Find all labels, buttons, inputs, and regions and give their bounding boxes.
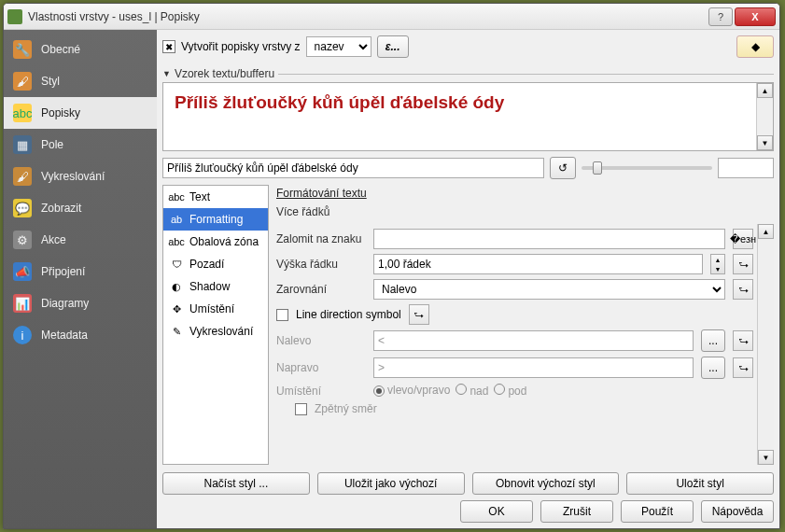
save-style-button[interactable]: Uložit styl (626, 472, 774, 495)
placement-radio-lr[interactable]: vlevo/vpravo (373, 384, 450, 398)
wrap-label: Zalomit na znaku (276, 232, 366, 245)
sample-collapser[interactable]: ▼ Vzorek textu/bufferu (162, 67, 774, 80)
left-input (373, 330, 694, 351)
lineheight-input[interactable] (373, 254, 703, 274)
apply-button[interactable]: Použít (621, 500, 694, 523)
load-style-button[interactable]: Načíst styl ... (162, 472, 310, 495)
lineheight-label: Výška řádku (276, 258, 366, 271)
scroll-down-icon[interactable]: ▼ (758, 450, 774, 465)
format-icon: ab (169, 212, 184, 227)
tab-buffer[interactable]: abcObalová zóna (163, 231, 268, 253)
table-icon: ▦ (13, 135, 32, 154)
align-label: Zarovnání (276, 283, 366, 296)
align-override-button[interactable]: ⮑ (733, 279, 753, 300)
abc-icon: abc (13, 104, 32, 122)
sidebar: 🔧Obecné 🖌Styl abcPopisky ▦Pole 🖌Vykreslo… (4, 30, 157, 528)
reset-sample-button[interactable]: ↺ (550, 157, 576, 179)
form-scrollbar[interactable]: ▲ ▼ (757, 224, 774, 465)
size-slider[interactable] (582, 166, 712, 170)
preview-scrollbar[interactable]: ▲ ▼ (756, 83, 773, 150)
tab-placement[interactable]: ✥Umístění (163, 298, 268, 320)
linedir-checkbox[interactable] (276, 309, 288, 321)
sample-input[interactable] (162, 158, 544, 178)
sidebar-item-display[interactable]: 💬Zobrazit (4, 192, 157, 224)
bubble-icon: 💬 (13, 199, 32, 217)
buffer-icon: abc (169, 234, 184, 249)
save-default-button[interactable]: Uložit jako výchozí (317, 472, 465, 495)
left-browse-button[interactable]: ... (701, 329, 725, 352)
enable-labels-checkbox[interactable]: ✖ (162, 40, 175, 53)
right-input (373, 357, 694, 378)
scroll-up-icon[interactable]: ▲ (758, 224, 774, 239)
field-select[interactable]: nazev (306, 36, 371, 57)
info-icon: i (13, 326, 32, 344)
sidebar-item-metadata[interactable]: iMetadata (4, 319, 157, 351)
color-picker[interactable] (718, 158, 774, 178)
megaphone-icon: 📣 (13, 262, 32, 281)
right-override-button[interactable]: ⮑ (733, 357, 753, 378)
triangle-down-icon: ▼ (162, 69, 171, 78)
reverse-checkbox[interactable] (295, 403, 307, 415)
paint-icon: 🖌 (13, 167, 32, 186)
settings-tabs: abcText abFormatting abcObalová zóna 🛡Po… (162, 185, 269, 465)
close-button[interactable]: X (735, 7, 776, 26)
pen-icon: ✎ (169, 324, 184, 339)
shadow-icon: ◐ (169, 279, 184, 294)
reverse-label: Zpětný směr (315, 402, 377, 415)
form-subtitle: Více řádků (276, 205, 774, 218)
preview-text: Příliš žluťoučký kůň úpěl ďábelské ódy (175, 92, 762, 113)
scroll-down-icon[interactable]: ▼ (757, 135, 773, 150)
text-preview: Příliš žluťoučký kůň úpěl ďábelské ódy ▲… (162, 82, 774, 151)
wrench-icon: 🔧 (13, 40, 32, 59)
abc-icon: abc (169, 189, 184, 204)
dialog-window: Vlastnosti vrstvy - uses_l | Popisky ? X… (3, 3, 780, 529)
placement-radio-above[interactable]: nad (456, 384, 488, 398)
form-title: Formátování textu (276, 187, 774, 200)
chart-icon: 📊 (13, 294, 32, 313)
help-button[interactable]: ? (708, 7, 733, 26)
right-browse-button[interactable]: ... (701, 357, 725, 379)
wrap-override-button[interactable]: �езн (733, 229, 753, 249)
help-button[interactable]: Nápověda (701, 500, 774, 523)
shield-icon: 🛡 (169, 257, 184, 272)
sidebar-item-fields[interactable]: ▦Pole (4, 129, 157, 161)
titlebar: Vlastnosti vrstvy - uses_l | Popisky ? X (4, 4, 779, 30)
placement-icon: ✥ (169, 301, 184, 316)
tab-shadow[interactable]: ◐Shadow (163, 275, 268, 298)
main-panel: ✖ Vytvořit popisky vrstvy z nazev ε... ◆… (157, 30, 779, 528)
sidebar-item-joins[interactable]: 📣Připojení (4, 256, 157, 287)
lineheight-override-button[interactable]: ⮑ (733, 254, 753, 274)
lineheight-spinner[interactable]: ▲▼ (710, 254, 725, 274)
tab-formatting[interactable]: abFormatting (163, 208, 268, 231)
sidebar-item-actions[interactable]: ⚙Akce (4, 224, 157, 256)
sidebar-item-style[interactable]: 🖌Styl (4, 65, 157, 97)
linedir-label: Line direction symbol (296, 308, 401, 321)
enable-labels-label: Vytvořit popisky vrstvy z (181, 40, 301, 53)
app-icon (7, 9, 22, 24)
restore-default-button[interactable]: Obnovit výchozí styl (472, 472, 620, 495)
expression-button[interactable]: ε... (377, 35, 409, 58)
placement-label: Umístění (276, 385, 366, 398)
rule-based-button[interactable]: ◆ (736, 35, 774, 58)
formatting-pane: Formátování textu Více řádků Zalomit na … (276, 185, 774, 465)
ok-button[interactable]: OK (460, 500, 533, 523)
gear-icon: ⚙ (13, 231, 32, 249)
wrap-input[interactable] (373, 229, 725, 249)
sidebar-item-labels[interactable]: abcPopisky (4, 97, 157, 129)
brush-icon: 🖌 (13, 72, 32, 91)
sidebar-item-rendering[interactable]: 🖌Vykreslování (4, 161, 157, 192)
tab-text[interactable]: abcText (163, 186, 268, 208)
cancel-button[interactable]: Zrušit (540, 500, 613, 523)
linedir-override-button[interactable]: ⮑ (409, 304, 429, 325)
left-override-button[interactable]: ⮑ (733, 330, 753, 351)
window-title: Vlastnosti vrstvy - uses_l | Popisky (28, 10, 707, 23)
tab-background[interactable]: 🛡Pozadí (163, 253, 268, 275)
scroll-up-icon[interactable]: ▲ (757, 83, 773, 98)
sidebar-item-diagrams[interactable]: 📊Diagramy (4, 287, 157, 319)
align-select[interactable]: Nalevo (373, 279, 725, 300)
tab-rendering[interactable]: ✎Vykreslování (163, 320, 268, 343)
left-label: Nalevo (276, 334, 366, 347)
sidebar-item-general[interactable]: 🔧Obecné (4, 34, 157, 65)
right-label: Napravo (276, 361, 366, 374)
placement-radio-below[interactable]: pod (494, 384, 526, 398)
